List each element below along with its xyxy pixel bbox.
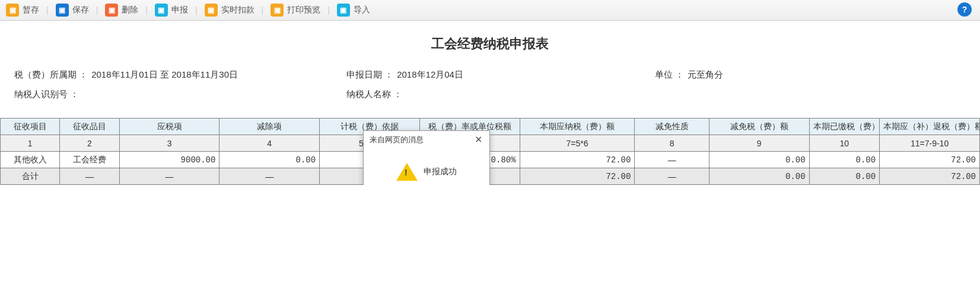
- warning-icon: [396, 163, 418, 181]
- total-c8: —: [635, 168, 709, 185]
- th-11: 本期应（补）退税（费）额: [880, 119, 980, 135]
- alert-dialog: 来自网页的消息 ✕ 申报成功 确定: [363, 130, 490, 185]
- period-label: 税（费）所属期 ：: [14, 69, 88, 81]
- coln-4: 4: [219, 135, 320, 152]
- toolbar-label: 打印预览: [287, 5, 320, 15]
- toolbar-separator: |: [327, 5, 330, 15]
- unit-label: 单位 ：: [655, 69, 684, 81]
- dialog-title: 来自网页的消息: [370, 135, 424, 145]
- coln-1: 1: [1, 135, 60, 152]
- th-1: 征收项目: [1, 119, 60, 135]
- period-value: 2018年11月01日 至 2018年11月30日: [91, 69, 238, 81]
- unit-value: 元至角分: [688, 69, 723, 81]
- table-row: 其他收入 工会经费 9000.00 0.00 0.80% 72.00 — 0.0…: [1, 152, 980, 168]
- coln-10: 10: [809, 135, 880, 152]
- th-7: 本期应纳税（费）额: [520, 119, 635, 135]
- cell-c3[interactable]: 9000.00: [119, 152, 219, 168]
- total-c9: 0.00: [709, 168, 809, 185]
- th-8: 减免性质: [635, 119, 709, 135]
- help-icon[interactable]: ?: [957, 2, 972, 17]
- toolbar-print[interactable]: ▣打印预览: [271, 4, 320, 17]
- toolbar-separator: |: [145, 5, 148, 15]
- toolbar-declare[interactable]: ▣申报: [155, 4, 188, 17]
- print-icon: ▣: [271, 4, 284, 17]
- coln-7: 7=5*6: [520, 135, 635, 152]
- cell-c8: —: [635, 152, 709, 168]
- total-c11: 72.00: [880, 168, 980, 185]
- declare-date-label: 申报日期 ：: [346, 69, 393, 81]
- coln-9: 9: [709, 135, 809, 152]
- toolbar: ▣暂存|▣保存|▣删除|▣申报|▣实时扣款|▣打印预览|▣导入?: [0, 0, 980, 21]
- toolbar-separator: |: [96, 5, 98, 15]
- table-header-row: 征收项目 征收品目 应税项 减除项 计税（费）依据 税（费）率或单位税额 本期应…: [1, 119, 980, 135]
- coln-11: 11=7-9-10: [880, 135, 980, 152]
- total-c2: —: [60, 168, 119, 185]
- th-2: 征收品目: [60, 119, 119, 135]
- page-title: 工会经费纳税申报表: [0, 35, 980, 53]
- total-label: 合计: [1, 168, 60, 185]
- toolbar-import[interactable]: ▣导入: [337, 4, 370, 17]
- toolbar-save-draft[interactable]: ▣暂存: [6, 4, 39, 17]
- cell-c11: 72.00: [880, 152, 980, 168]
- save-draft-icon: ▣: [6, 4, 19, 17]
- toolbar-save[interactable]: ▣保存: [56, 4, 89, 17]
- cell-c2: 工会经费: [60, 152, 119, 168]
- toolbar-label: 导入: [354, 5, 370, 15]
- toolbar-label: 实时扣款: [221, 5, 254, 15]
- import-icon: ▣: [337, 4, 350, 17]
- toolbar-separator: |: [46, 5, 49, 15]
- coln-3: 3: [119, 135, 219, 152]
- th-3: 应税项: [119, 119, 219, 135]
- coln-8: 8: [635, 135, 709, 152]
- toolbar-label: 删除: [122, 5, 138, 15]
- table-numrow: 1 2 3 4 5=3-4 7=5*6 8 9 10 11=7-9-10: [1, 135, 980, 152]
- tax-table: 征收项目 征收品目 应税项 减除项 计税（费）依据 税（费）率或单位税额 本期应…: [0, 118, 980, 185]
- taxpayer-name-label: 纳税人名称 ：: [346, 89, 402, 100]
- toolbar-label: 申报: [171, 5, 188, 15]
- th-10: 本期已缴税（费）额: [809, 119, 880, 135]
- table-total-row: 合计 — — — 72.00 — 0.00 0.00 72.00: [1, 168, 980, 185]
- close-icon[interactable]: ✕: [472, 135, 485, 145]
- th-4: 减除项: [219, 119, 320, 135]
- cell-c10: 0.00: [809, 152, 880, 168]
- cell-c1: 其他收入: [1, 152, 60, 168]
- deduct-icon: ▣: [205, 4, 218, 17]
- toolbar-delete[interactable]: ▣删除: [105, 4, 138, 17]
- toolbar-separator: |: [195, 5, 198, 15]
- coln-2: 2: [60, 135, 119, 152]
- declare-icon: ▣: [155, 4, 168, 17]
- toolbar-label: 暂存: [23, 5, 39, 15]
- save-icon: ▣: [56, 4, 69, 17]
- toolbar-deduct[interactable]: ▣实时扣款: [205, 4, 254, 17]
- dialog-message: 申报成功: [424, 167, 457, 177]
- total-c10: 0.00: [809, 168, 880, 185]
- delete-icon: ▣: [105, 4, 118, 17]
- toolbar-separator: |: [262, 5, 264, 15]
- meta-section: 税（费）所属期 ： 2018年11月01日 至 2018年11月30日 申报日期…: [0, 69, 980, 118]
- cell-c9: 0.00: [709, 152, 809, 168]
- taxpayer-id-label: 纳税人识别号 ：: [14, 89, 79, 100]
- cell-c4[interactable]: 0.00: [219, 152, 320, 168]
- total-c3: —: [119, 168, 219, 185]
- declare-date-value: 2018年12月04日: [397, 69, 463, 81]
- toolbar-label: 保存: [72, 5, 89, 15]
- total-c7: 72.00: [520, 168, 635, 185]
- cell-c7: 72.00: [520, 152, 635, 168]
- total-c4: —: [219, 168, 320, 185]
- th-9: 减免税（费）额: [709, 119, 809, 135]
